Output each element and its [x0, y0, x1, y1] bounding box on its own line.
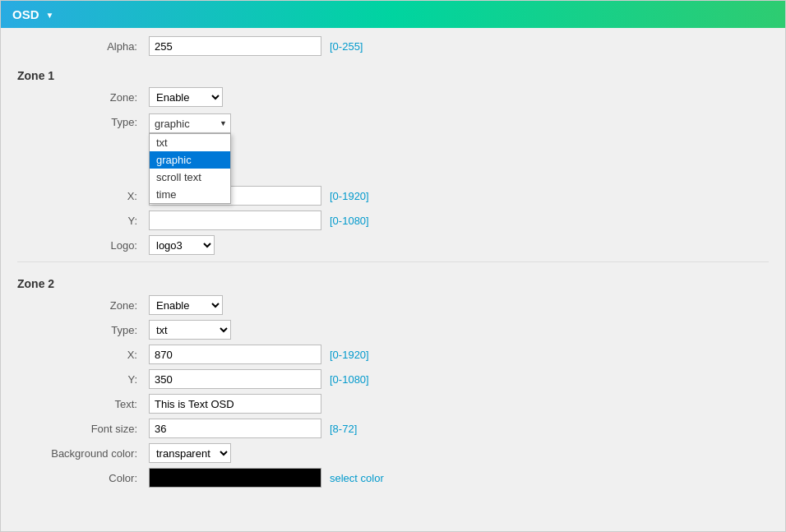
zone1-y-input[interactable]: [149, 210, 321, 230]
alpha-range: [0-255]: [330, 40, 363, 53]
zone2-x-input[interactable]: [149, 345, 321, 364]
zone1-type-option-time[interactable]: time: [150, 186, 230, 203]
chevron-icon: ▼: [46, 11, 54, 20]
zone1-logo-label: Logo:: [17, 239, 149, 252]
zone1-type-option-scroll-text[interactable]: scroll text: [150, 169, 230, 186]
zone2-x-label: X:: [17, 349, 149, 361]
zone2-title: Zone 2: [1, 269, 785, 295]
zone1-type-wrapper: graphic ▼ txt graphic scroll text time: [149, 113, 231, 133]
zone1-y-label: Y:: [17, 215, 149, 227]
zone2-y-row: Y: [0-1080]: [1, 369, 785, 389]
zone2-text-row: Text:: [1, 394, 785, 414]
zone2-text-input[interactable]: [149, 394, 321, 414]
alpha-label: Alpha:: [17, 40, 149, 53]
zone1-type-dropdown: txt graphic scroll text time: [149, 133, 231, 204]
zone1-y-range: [0-1080]: [330, 215, 369, 227]
zone2-fontsize-label: Font size:: [17, 423, 149, 435]
zone1-type-row: Type: graphic ▼ txt graphic scroll text …: [1, 112, 785, 133]
zone1-zone-row: Zone: Enable Disable: [1, 87, 785, 107]
zone1-type-label: Type:: [17, 113, 149, 128]
zone2-select-color-link[interactable]: select color: [330, 472, 384, 484]
zone1-x-label: X:: [17, 190, 149, 202]
zone2-color-label: Color:: [17, 472, 149, 484]
zone1-zone-select[interactable]: Enable Disable: [149, 87, 223, 107]
zone2-bgcolor-row: Background color: transparent black whit…: [1, 443, 785, 463]
zone2-y-range: [0-1080]: [330, 373, 369, 386]
alpha-input[interactable]: [149, 36, 321, 56]
alpha-row: Alpha: [0-255]: [1, 36, 785, 56]
zone2-y-label: Y:: [17, 373, 149, 386]
zone2-x-range: [0-1920]: [330, 349, 369, 361]
zone-divider: [17, 261, 769, 262]
zone2-zone-row: Zone: Enable Disable: [1, 295, 785, 315]
zone2-fontsize-input[interactable]: [149, 419, 321, 438]
zone1-type-option-graphic[interactable]: graphic: [150, 151, 230, 169]
zone2-bgcolor-label: Background color:: [17, 447, 149, 460]
zone2-type-label: Type:: [17, 324, 149, 336]
zone2-x-row: X: [0-1920]: [1, 345, 785, 364]
zone1-zone-label: Zone:: [17, 91, 149, 104]
zone2-fontsize-range: [8-72]: [330, 423, 357, 435]
zone1-logo-row: Logo: logo1 logo2 logo3 logo4: [1, 235, 785, 255]
zone1-type-option-txt[interactable]: txt: [150, 134, 230, 151]
zone2-fontsize-row: Font size: [8-72]: [1, 419, 785, 438]
zone1-type-selected-value: graphic: [155, 118, 190, 130]
zone1-type-select-display[interactable]: graphic ▼: [149, 113, 231, 133]
zone1-type-chevron-icon: ▼: [220, 119, 227, 127]
zone1-title: Zone 1: [1, 61, 785, 87]
zone1-logo-select[interactable]: logo1 logo2 logo3 logo4: [149, 235, 215, 255]
zone2-type-select[interactable]: txt graphic scroll text time: [149, 320, 231, 340]
content-area: Alpha: [0-255] Zone 1 Zone: Enable Disab…: [1, 28, 785, 509]
zone1-y-row: Y: [0-1080]: [1, 210, 785, 230]
zone2-text-label: Text:: [17, 398, 149, 410]
zone1-x-row: X: [0-1920]: [1, 186, 785, 206]
zone2-y-input[interactable]: [149, 369, 321, 389]
zone2-color-swatch[interactable]: [149, 468, 321, 488]
title-bar: OSD ▼: [1, 1, 785, 28]
zone2-color-row: Color: select color: [1, 468, 785, 488]
zone2-zone-label: Zone:: [17, 299, 149, 312]
zone1-x-range: [0-1920]: [330, 190, 369, 202]
title-text: OSD: [12, 7, 39, 21]
zone2-bgcolor-select[interactable]: transparent black white gray: [149, 443, 231, 463]
zone2-type-row: Type: txt graphic scroll text time: [1, 320, 785, 340]
zone2-zone-select[interactable]: Enable Disable: [149, 295, 223, 315]
osd-window: OSD ▼ Alpha: [0-255] Zone 1 Zone: Enable…: [0, 0, 786, 532]
